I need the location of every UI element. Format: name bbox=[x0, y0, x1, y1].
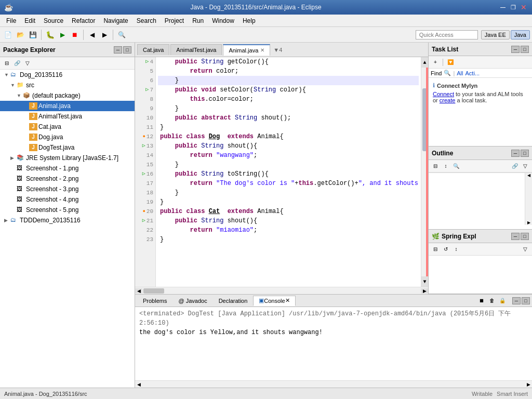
task-list-max-btn[interactable]: □ bbox=[521, 46, 529, 53]
close-button[interactable]: ✕ bbox=[520, 4, 528, 11]
menu-refactor[interactable]: Refactor bbox=[68, 16, 99, 25]
open-button[interactable]: 📂 bbox=[15, 29, 26, 41]
search-button[interactable]: 🔍 bbox=[116, 29, 127, 41]
code-content-area[interactable]: public String getColor(){ return color; … bbox=[156, 57, 421, 287]
spring-menu-btn[interactable]: ▽ bbox=[521, 245, 530, 254]
scroll-left-btn[interactable]: ◀ bbox=[135, 288, 142, 294]
close-tab-icon[interactable]: ✕ bbox=[260, 47, 264, 53]
tab-animaltest-java[interactable]: AnimalTest.java bbox=[170, 44, 222, 55]
find-icon[interactable]: 🔍 bbox=[444, 70, 451, 76]
scroll-down-btn[interactable]: ▼ bbox=[421, 276, 428, 287]
spring-max-btn[interactable]: □ bbox=[521, 233, 529, 240]
view-menu-btn[interactable]: ▽ bbox=[23, 59, 32, 68]
console-min-btn[interactable]: ─ bbox=[512, 297, 521, 304]
menu-window[interactable]: Window bbox=[208, 16, 238, 25]
task-list-min-btn[interactable]: ─ bbox=[511, 46, 520, 53]
task-add-btn[interactable]: + bbox=[431, 58, 440, 67]
tab-javadoc[interactable]: @ Javadoc bbox=[172, 296, 212, 306]
tree-item-screenshot2[interactable]: 🖼 Screenshot - 2.png bbox=[0, 174, 135, 184]
tree-item-animaltest-java[interactable]: J AnimalTest.java bbox=[0, 111, 135, 122]
spring-sort-btn[interactable]: ↕ bbox=[451, 245, 461, 254]
restore-button[interactable]: ❐ bbox=[509, 4, 517, 11]
console-max-btn[interactable]: □ bbox=[522, 297, 530, 304]
outline-scroll-up[interactable]: ◀ bbox=[525, 173, 532, 178]
all-filter-btn[interactable]: All bbox=[457, 70, 463, 76]
spring-refresh-btn[interactable]: ↺ bbox=[441, 245, 450, 254]
debug-button[interactable]: 🐛 bbox=[44, 29, 56, 41]
menu-help[interactable]: Help bbox=[238, 16, 260, 25]
tree-item-src[interactable]: ▼ 📁 src bbox=[0, 80, 135, 90]
tab-declaration[interactable]: Declaration bbox=[213, 296, 254, 306]
menu-run[interactable]: Run bbox=[188, 16, 208, 25]
tree-item-cat-java[interactable]: J Cat.java bbox=[0, 122, 135, 132]
console-clear-btn[interactable]: 🗑 bbox=[487, 296, 497, 305]
spring-collapse-btn[interactable]: ⊟ bbox=[431, 245, 440, 254]
tree-item-screenshot4[interactable]: 🖼 Screenshot - 4.png bbox=[0, 194, 135, 205]
bottom-scroll-left[interactable]: ◀ bbox=[135, 382, 142, 387]
tab-problems[interactable]: Problems bbox=[137, 296, 172, 306]
forward-button[interactable]: ▶ bbox=[99, 29, 110, 41]
scroll-up-btn[interactable]: ▲ bbox=[421, 57, 428, 68]
console-scroll-lock-btn[interactable]: 🔒 bbox=[498, 296, 507, 305]
tab-animal-java[interactable]: Animal.java ✕ bbox=[223, 44, 270, 56]
tree-item-dogtest-java[interactable]: J DogTest.java bbox=[0, 142, 135, 153]
stop-button[interactable]: ⏹ bbox=[69, 29, 81, 41]
tree-item-screenshot5[interactable]: 🖼 Screenshot - 5.png bbox=[0, 205, 135, 215]
panel-minimize-btn[interactable]: ─ bbox=[114, 46, 122, 54]
window-controls[interactable]: ─ ❐ ✕ bbox=[499, 4, 528, 11]
run-button[interactable]: ▶ bbox=[57, 29, 68, 41]
quick-access-input[interactable] bbox=[416, 30, 478, 39]
outline-max-btn[interactable]: □ bbox=[521, 150, 529, 157]
perspective-java-ee[interactable]: Java EE bbox=[481, 30, 510, 39]
editor-horizontal-scrollbar[interactable]: ◀ ▶ bbox=[135, 287, 428, 294]
menu-source[interactable]: Source bbox=[39, 16, 68, 25]
tree-item-dog-java[interactable]: J Dog.java bbox=[0, 132, 135, 142]
create-link[interactable]: create bbox=[440, 97, 456, 103]
hscroll-thumb[interactable] bbox=[143, 288, 164, 294]
outline-scroll-down[interactable]: ▶ bbox=[525, 220, 532, 225]
menu-project[interactable]: Project bbox=[161, 16, 188, 25]
outline-filter-btn[interactable]: 🔍 bbox=[451, 162, 461, 171]
menu-navigate[interactable]: Navigate bbox=[99, 16, 132, 25]
outline-menu-btn[interactable]: ▽ bbox=[521, 162, 530, 171]
back-button[interactable]: ◀ bbox=[86, 29, 98, 41]
outline-sort-btn[interactable]: ↕ bbox=[441, 162, 450, 171]
tab-overflow-indicator[interactable]: ▼4 bbox=[273, 47, 282, 53]
console-close-icon[interactable]: ✕ bbox=[285, 297, 290, 304]
menu-edit[interactable]: Edit bbox=[20, 16, 39, 25]
outline-collapse-btn[interactable]: ⊟ bbox=[431, 162, 440, 171]
tree-item-tdddemo[interactable]: ▶ 🗂 TDDDemo_20135116 bbox=[0, 215, 135, 225]
task-filter-btn[interactable]: 🔽 bbox=[446, 58, 455, 67]
window-title: Java - Dog_20135116/src/Animal.java - Ec… bbox=[13, 4, 499, 11]
tab-cat-java[interactable]: Cat.java bbox=[137, 44, 169, 55]
bottom-horizontal-scrollbar[interactable]: ◀ ▶ bbox=[135, 380, 532, 388]
console-tab-icon: ▣ bbox=[259, 297, 264, 304]
save-button[interactable]: 💾 bbox=[27, 29, 38, 41]
panel-maximize-btn[interactable]: □ bbox=[123, 46, 131, 54]
tree-item-animal-java[interactable]: J Animal.java bbox=[0, 101, 135, 111]
outline-min-btn[interactable]: ─ bbox=[511, 150, 520, 157]
bottom-scroll-right[interactable]: ▶ bbox=[525, 382, 532, 387]
console-stop-btn[interactable]: ⏹ bbox=[477, 296, 486, 305]
minimize-button[interactable]: ─ bbox=[499, 4, 507, 11]
scroll-right-btn[interactable]: ▶ bbox=[421, 288, 428, 294]
tree-item-default-package[interactable]: ▼ 📦 (default package) bbox=[0, 90, 135, 101]
tree-item-jre-library[interactable]: ▶ 📚 JRE System Library [JavaSE-1.7] bbox=[0, 153, 135, 163]
connect-link[interactable]: Connect bbox=[433, 91, 454, 97]
editor-vertical-scrollbar[interactable]: ▲ ▼ bbox=[421, 57, 428, 287]
tree-item-screenshot3[interactable]: 🖼 Screenshot - 3.png bbox=[0, 184, 135, 194]
tree-item-screenshot1[interactable]: 🖼 Screenshot - 1.png bbox=[0, 163, 135, 174]
menu-file[interactable]: File bbox=[2, 16, 20, 25]
acti-filter-btn[interactable]: Acti... bbox=[466, 70, 480, 76]
tree-item-dog20135116[interactable]: ▼ 🗂 Dog_20135116 bbox=[0, 70, 135, 80]
tab-console[interactable]: ▣ Console ✕ bbox=[253, 296, 295, 306]
link-with-editor-btn[interactable]: 🔗 bbox=[12, 59, 22, 68]
outline-scrollbar[interactable]: ◀ ▶ bbox=[525, 173, 532, 225]
menu-search[interactable]: Search bbox=[132, 16, 161, 25]
outline-link-btn[interactable]: 🔗 bbox=[510, 162, 520, 171]
spring-min-btn[interactable]: ─ bbox=[511, 233, 520, 240]
new-button[interactable]: 📄 bbox=[2, 29, 14, 41]
perspective-java[interactable]: Java bbox=[511, 30, 530, 39]
collapse-all-btn[interactable]: ⊟ bbox=[2, 59, 11, 68]
code-editor[interactable]: ▷4 5 6 ▷7 8 9 10 11 ●12 ▷13 14 15 bbox=[135, 57, 428, 287]
